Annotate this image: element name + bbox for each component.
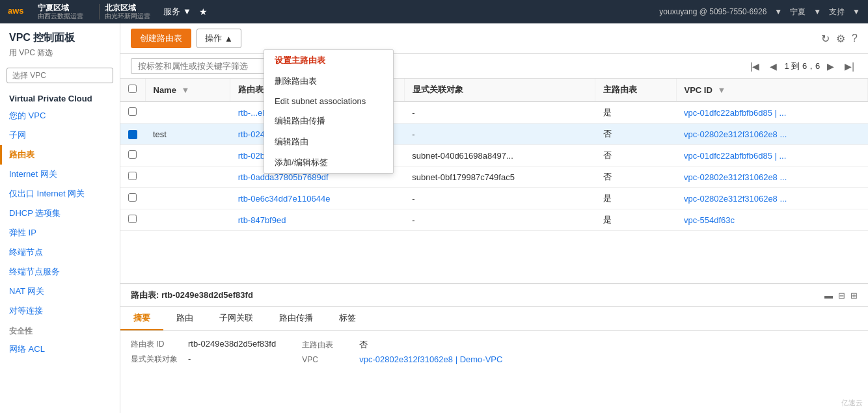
row-vpc[interactable]: vpc-01dfc22abfbfb6d85 | ...: [676, 101, 868, 124]
table-row[interactable]: rtb-0adda37805b7689dfsubnet-0bf179987c74…: [120, 167, 868, 188]
col-main[interactable]: 主路由表: [595, 79, 676, 101]
first-page-button[interactable]: |◀: [747, 60, 763, 73]
vpc-filter-input[interactable]: [7, 68, 113, 83]
sidebar-item-peering[interactable]: 对等连接: [0, 301, 120, 321]
col-main-label: 主路由表: [603, 85, 637, 94]
sidebar-item-igw[interactable]: Internet 网关: [0, 165, 120, 184]
row-checkbox-cell[interactable]: [120, 101, 145, 124]
table-row[interactable]: rtb-02b8cb47e3e6bb437subnet-040d61698a84…: [120, 145, 868, 167]
row-checkbox-cell[interactable]: [120, 124, 145, 145]
row-checkbox-cell[interactable]: [120, 188, 145, 209]
row-vpc[interactable]: vpc-02802e312f31062e8 ...: [676, 167, 868, 188]
table-row[interactable]: testrtb-0249e38d2d5ef83fd-否vpc-02802e312…: [120, 124, 868, 145]
row-vpc-link[interactable]: vpc-01dfc22abfbfb6d85 | ...: [684, 108, 786, 118]
row-id[interactable]: rtb-847bf9ed: [230, 209, 405, 231]
last-page-button[interactable]: ▶|: [841, 60, 858, 73]
dropdown-item-delete[interactable]: 删除路由表: [264, 71, 393, 92]
row-checkbox[interactable]: [128, 193, 137, 202]
table-row[interactable]: rtb-...ebc-是vpc-01dfc22abfbfb6d85 | ...: [120, 101, 868, 124]
prev-page-button[interactable]: ◀: [766, 60, 780, 73]
user-info[interactable]: youxuyang @ 5095-7550-6926: [659, 7, 766, 16]
refresh-icon[interactable]: ↻: [821, 33, 830, 45]
sidebar-item-endpoint-service[interactable]: 终端节点服务: [0, 262, 120, 282]
sidebar-section-vpc: Virtual Private Cloud: [0, 87, 120, 106]
services-button[interactable]: 服务 ▼: [163, 6, 191, 18]
tab-summary[interactable]: 摘要: [120, 307, 163, 330]
row-checkbox[interactable]: [128, 107, 137, 116]
sidebar-item-route-table[interactable]: 路由表: [0, 145, 120, 165]
row-vpc[interactable]: vpc-01dfc22abfbfb6d85 | ...: [676, 145, 868, 167]
row-vpc-link[interactable]: vpc-554df63c: [684, 215, 735, 225]
tab-routes[interactable]: 路由: [163, 307, 206, 330]
actions-button[interactable]: 操作 ▲: [197, 29, 241, 48]
dropdown-item-edit-routes[interactable]: 编辑路由: [264, 131, 393, 152]
region1-main: 宁夏区域: [38, 3, 83, 12]
detail-title: 路由表: rtb-0249e38d2d5ef83fd: [131, 289, 253, 301]
sidebar-item-subnet[interactable]: 子网: [0, 126, 120, 145]
dropdown-item-edit-tags[interactable]: 添加/编辑标签: [264, 152, 393, 173]
dropdown-item-set-main[interactable]: 设置主路由表: [264, 50, 393, 71]
row-vpc-link[interactable]: vpc-01dfc22abfbfb6d85 | ...: [684, 151, 786, 161]
region-selector[interactable]: 宁夏: [790, 7, 806, 18]
route-tables-table: Name ▼ 路由表 ID 显式关联对象 主路由表: [120, 79, 868, 231]
sidebar-item-egw[interactable]: 仅出口 Internet 网关: [0, 184, 120, 204]
sidebar-item-vpc[interactable]: 您的 VPC: [0, 106, 120, 126]
row-main: 是: [595, 188, 676, 209]
sidebar-item-nacl[interactable]: 网络 ACL: [0, 340, 120, 359]
row-checkbox-cell[interactable]: [120, 145, 145, 167]
field-main-rt: 主路由表 否: [302, 339, 502, 351]
field-value-vpc[interactable]: vpc-02802e312f31062e8 | Demo-VPC: [359, 354, 502, 364]
row-checkbox-cell[interactable]: [120, 209, 145, 231]
navbar-dropdown-icon: ▼: [774, 7, 782, 16]
col-assoc[interactable]: 显式关联对象: [404, 79, 595, 101]
sidebar-item-nat[interactable]: NAT 网关: [0, 282, 120, 301]
row-checkbox[interactable]: [128, 172, 137, 180]
sidebar-subtitle: 用 VPC 筛选: [0, 47, 120, 64]
sidebar-item-eip[interactable]: 弹性 IP: [0, 223, 120, 243]
sidebar-item-endpoint[interactable]: 终端节点: [0, 243, 120, 262]
col-name[interactable]: Name ▼: [145, 79, 230, 101]
dropdown-item-edit-subnet[interactable]: Edit subnet associations: [264, 92, 393, 111]
row-vpc-link[interactable]: vpc-02802e312f31062e8 ...: [684, 172, 787, 182]
favorites-icon[interactable]: ★: [199, 7, 208, 17]
sidebar-title: VPC 控制面板: [0, 23, 120, 47]
row-checkbox[interactable]: [128, 150, 137, 159]
tab-subnet-assoc[interactable]: 子网关联: [206, 307, 266, 330]
col-vpc[interactable]: VPC ID ▼: [676, 79, 868, 101]
col-vpc-sort-icon: ▼: [717, 85, 726, 95]
create-route-table-button[interactable]: 创建路由表: [131, 29, 191, 48]
region-divider: [99, 4, 100, 20]
toolbar: 创建路由表 操作 ▲ ↻ ⚙ ? 设置主路由表 删除路由表 Edit subne…: [120, 23, 868, 54]
table-row[interactable]: rtb-0e6c34dd7e110644e-是vpc-02802e312f310…: [120, 188, 868, 209]
row-vpc[interactable]: vpc-02802e312f31062e8 ...: [676, 188, 868, 209]
tab-route-propagation[interactable]: 路由传播: [266, 307, 326, 330]
row-id-link[interactable]: rtb-847bf9ed: [238, 215, 286, 225]
detail-icon-1[interactable]: ▬: [824, 291, 833, 300]
help-icon[interactable]: ?: [852, 33, 858, 44]
table-row[interactable]: rtb-847bf9ed-是vpc-554df63c: [120, 209, 868, 231]
row-vpc[interactable]: vpc-02802e312f31062e8 ...: [676, 124, 868, 145]
dropdown-item-edit-propagation[interactable]: 编辑路由传播: [264, 111, 393, 131]
row-vpc[interactable]: vpc-554df63c: [676, 209, 868, 231]
row-id-link[interactable]: rtb-0e6c34dd7e110644e: [238, 194, 331, 204]
tab-tags[interactable]: 标签: [326, 307, 369, 330]
select-all-header[interactable]: [120, 79, 145, 101]
sidebar-section-security: 安全性: [0, 321, 120, 340]
row-vpc-link[interactable]: vpc-02802e312f31062e8 ...: [684, 194, 787, 204]
row-id[interactable]: rtb-0e6c34dd7e110644e: [230, 188, 405, 209]
support-button[interactable]: 支持: [829, 7, 845, 18]
row-checkbox[interactable]: [128, 215, 137, 223]
main-content: 创建路由表 操作 ▲ ↻ ⚙ ? 设置主路由表 删除路由表 Edit subne…: [120, 23, 868, 413]
settings-icon[interactable]: ⚙: [836, 33, 845, 45]
row-vpc-link[interactable]: vpc-02802e312f31062e8 ...: [684, 129, 787, 139]
detail-icon-3[interactable]: ⊞: [850, 291, 858, 300]
region1-block: 宁夏区域 由西云数据运营: [38, 3, 83, 20]
detail-icon-2[interactable]: ⊟: [838, 291, 845, 300]
field-value-main: 否: [359, 339, 368, 351]
toolbar-right: ↻ ⚙ ?: [821, 33, 858, 45]
select-all-checkbox[interactable]: [128, 85, 137, 93]
row-checkbox-cell[interactable]: [120, 167, 145, 188]
sidebar-item-dhcp[interactable]: DHCP 选项集: [0, 204, 120, 223]
next-page-button[interactable]: ▶: [824, 60, 837, 73]
row-name: [145, 101, 230, 124]
